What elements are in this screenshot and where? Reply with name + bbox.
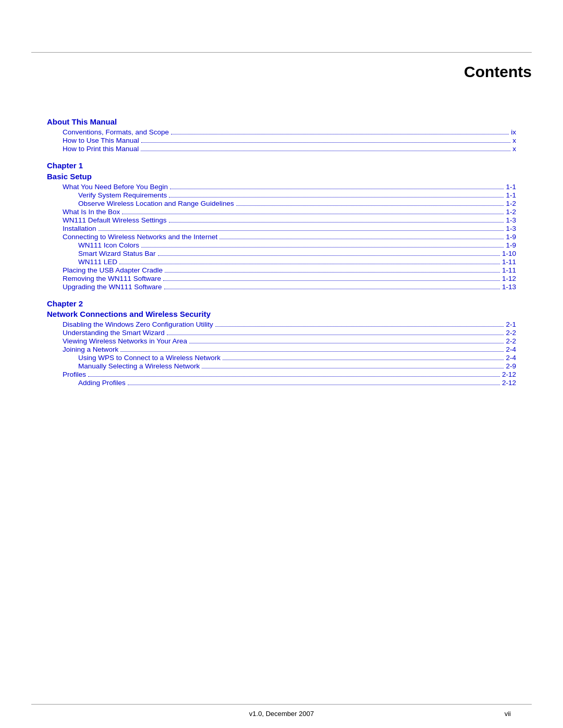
chapter2-title: Network Connections and Wireless Securit… bbox=[47, 310, 516, 318]
page-num: 1-1 bbox=[506, 183, 516, 191]
dots bbox=[120, 351, 504, 352]
dots bbox=[215, 326, 504, 327]
toc-entry: Smart Wizard Status Bar 1-10 bbox=[47, 250, 516, 257]
dots bbox=[128, 385, 500, 385]
toc-entry: Disabling the Windows Zero Configuration… bbox=[47, 320, 516, 328]
chapter2-block: Chapter 2 Network Connections and Wirele… bbox=[47, 298, 516, 387]
entry-text[interactable]: Adding Profiles bbox=[78, 379, 126, 387]
page-num: 1-2 bbox=[506, 208, 516, 216]
entry-text[interactable]: Manually Selecting a Wireless Network bbox=[78, 362, 200, 370]
page-num: 2-1 bbox=[506, 320, 516, 328]
entry-text[interactable]: Connecting to Wireless Networks and the … bbox=[63, 233, 217, 241]
entry-text[interactable]: Profiles bbox=[63, 371, 86, 378]
footer: v1.0, December 2007 vii bbox=[0, 705, 563, 728]
dots bbox=[88, 376, 500, 377]
chapter1-block: Chapter 1 Basic Setup What You Need Befo… bbox=[47, 160, 516, 291]
entry-text[interactable]: How to Print this Manual bbox=[63, 145, 139, 153]
entry-text[interactable]: Verify System Requirements bbox=[78, 191, 167, 199]
entry-text[interactable]: Understanding the Smart Wizard bbox=[63, 329, 165, 337]
dots bbox=[165, 272, 500, 273]
entry-text[interactable]: How to Use This Manual bbox=[63, 137, 139, 144]
dots bbox=[141, 142, 510, 143]
entry-text[interactable]: Installation bbox=[63, 225, 96, 232]
toc-entry: Placing the USB Adapter Cradle 1-11 bbox=[47, 266, 516, 274]
toc-entry: Conventions, Formats, and Scope ix bbox=[47, 128, 516, 136]
dots bbox=[122, 214, 504, 214]
page-num: 1-1 bbox=[506, 191, 516, 199]
dots bbox=[99, 230, 504, 231]
page-num: 2-2 bbox=[506, 329, 516, 337]
toc-entry: Understanding the Smart Wizard 2-2 bbox=[47, 329, 516, 337]
toc-entry: Upgrading the WN111 Software 1-13 bbox=[47, 283, 516, 291]
page: Contents About This Manual Conventions, … bbox=[0, 0, 563, 728]
dots bbox=[189, 343, 504, 343]
entry-text[interactable]: WN111 Icon Colors bbox=[78, 241, 139, 249]
toc-entry: WN111 Icon Colors 1-9 bbox=[47, 241, 516, 249]
toc-entry: Profiles 2-12 bbox=[47, 371, 516, 378]
dots bbox=[158, 255, 500, 256]
footer-page: vii bbox=[505, 710, 511, 718]
toc-entry: Installation 1-3 bbox=[47, 225, 516, 232]
page-num: x bbox=[512, 145, 516, 153]
about-heading: About This Manual bbox=[47, 117, 516, 126]
toc-entry: What Is In the Box 1-2 bbox=[47, 208, 516, 216]
dots bbox=[119, 264, 500, 264]
dots bbox=[169, 197, 504, 198]
chapter2-label: Chapter 2 bbox=[47, 298, 516, 310]
dots bbox=[219, 239, 504, 239]
toc-entry: Using WPS to Connect to a Wireless Netwo… bbox=[47, 354, 516, 362]
dots bbox=[164, 289, 500, 289]
entry-text[interactable]: WN111 LED bbox=[78, 258, 117, 266]
entry-text[interactable]: Smart Wizard Status Bar bbox=[78, 250, 156, 257]
dots bbox=[236, 205, 504, 206]
toc-entry: Removing the WN111 Software 1-12 bbox=[47, 275, 516, 282]
entry-text[interactable]: Using WPS to Connect to a Wireless Netwo… bbox=[78, 354, 221, 362]
dots bbox=[169, 222, 504, 223]
toc-entry: Observe Wireless Location and Range Guid… bbox=[47, 200, 516, 207]
entry-text[interactable]: Viewing Wireless Networks in Your Area bbox=[63, 337, 187, 345]
entry-text[interactable]: What You Need Before You Begin bbox=[63, 183, 168, 191]
entry-text[interactable]: What Is In the Box bbox=[63, 208, 120, 216]
toc-entry: How to Print this Manual x bbox=[47, 145, 516, 153]
entry-text[interactable]: WN111 Default Wireless Settings bbox=[63, 216, 167, 224]
dots bbox=[163, 280, 500, 281]
page-num: 1-11 bbox=[502, 266, 516, 274]
page-num: 2-12 bbox=[502, 371, 516, 378]
page-num: 1-3 bbox=[506, 216, 516, 224]
entry-text[interactable]: Upgrading the WN111 Software bbox=[63, 283, 162, 291]
toc-entry: WN111 Default Wireless Settings 1-3 bbox=[47, 216, 516, 224]
page-title: Contents bbox=[31, 63, 532, 81]
page-num: 1-10 bbox=[502, 250, 516, 257]
dots bbox=[223, 360, 504, 360]
entry-text[interactable]: Disabling the Windows Zero Configuration… bbox=[63, 320, 213, 328]
content-area: About This Manual Conventions, Formats, … bbox=[0, 112, 563, 535]
dots bbox=[171, 134, 509, 134]
page-num: 1-11 bbox=[502, 258, 516, 266]
entry-text[interactable]: Placing the USB Adapter Cradle bbox=[63, 266, 163, 274]
dots bbox=[141, 151, 510, 151]
page-num: x bbox=[512, 137, 516, 144]
page-num: 1-2 bbox=[506, 200, 516, 207]
dots bbox=[170, 189, 504, 189]
toc-entry: Joining a Network 2-4 bbox=[47, 346, 516, 353]
page-num: 2-4 bbox=[506, 354, 516, 362]
toc-entry: What You Need Before You Begin 1-1 bbox=[47, 183, 516, 191]
footer-version: v1.0, December 2007 bbox=[249, 710, 314, 718]
toc-entry: Verify System Requirements 1-1 bbox=[47, 191, 516, 199]
entry-text[interactable]: Removing the WN111 Software bbox=[63, 275, 161, 282]
page-num: 1-12 bbox=[502, 275, 516, 282]
page-num: ix bbox=[511, 128, 516, 136]
entry-text[interactable]: Joining a Network bbox=[63, 346, 118, 353]
page-num: 2-4 bbox=[506, 346, 516, 353]
chapter1-title: Basic Setup bbox=[47, 172, 516, 181]
toc-entry: WN111 LED 1-11 bbox=[47, 258, 516, 266]
entry-text[interactable]: Observe Wireless Location and Range Guid… bbox=[78, 200, 234, 207]
dots bbox=[167, 335, 504, 335]
chapter1-label: Chapter 1 bbox=[47, 160, 516, 172]
page-num: 1-3 bbox=[506, 225, 516, 232]
page-num: 2-9 bbox=[506, 362, 516, 370]
entry-text[interactable]: Conventions, Formats, and Scope bbox=[63, 128, 169, 136]
top-rule bbox=[31, 52, 532, 53]
dots bbox=[202, 368, 504, 368]
page-num: 1-9 bbox=[506, 241, 516, 249]
